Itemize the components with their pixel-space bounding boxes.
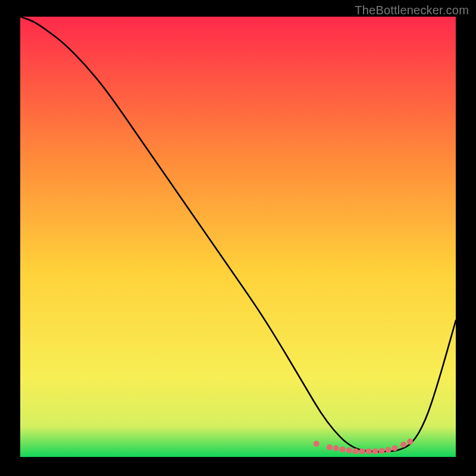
marker-dot [353,448,359,454]
marker-dot [392,445,398,451]
chart-background-gradient [20,17,456,457]
chart-svg [20,17,456,457]
marker-dot [379,448,385,454]
attribution-text: TheBottlenecker.com [355,4,469,17]
marker-dot [386,447,392,453]
marker-dot [327,444,333,450]
marker-dot [340,446,346,452]
marker-dot [346,447,352,453]
marker-dot [314,441,320,447]
marker-dot [333,445,339,451]
chart-plot-area [20,17,456,457]
marker-dot [359,448,365,454]
marker-dot [366,448,372,454]
chart-frame [20,17,456,457]
marker-dot [407,439,413,444]
marker-dot [372,448,378,454]
marker-dot [400,441,406,447]
